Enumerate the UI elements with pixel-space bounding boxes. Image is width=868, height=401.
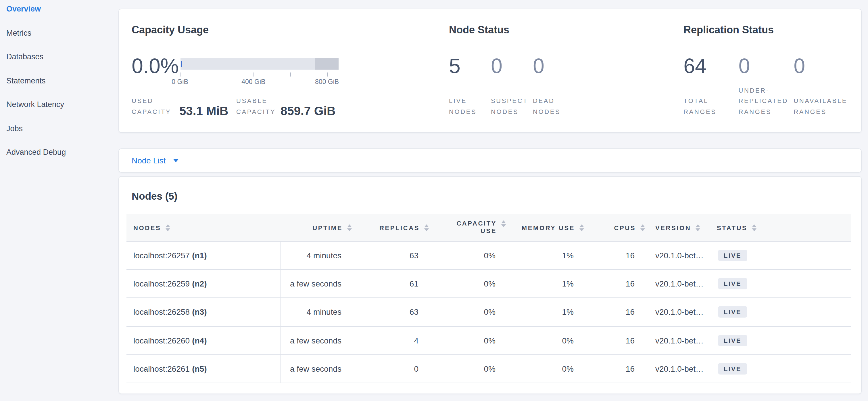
table-row-n2[interactable]: localhost:26259(n2)a few seconds610%1%16… xyxy=(126,270,851,298)
status-badge: LIVE xyxy=(718,363,747,375)
node-address-cell: localhost:26259(n2) xyxy=(126,270,280,297)
sidebar-item-databases[interactable]: Databases xyxy=(6,45,113,69)
column-header-nodes[interactable]: NODES xyxy=(126,214,280,241)
sidebar-item-network-latency[interactable]: Network Latency xyxy=(6,93,113,116)
sidebar-item-overview[interactable]: Overview xyxy=(6,0,113,21)
metric-value-unavailable-ranges: 0 xyxy=(794,56,805,77)
metric-label: LIVE NODES xyxy=(449,95,487,117)
sort-arrows-icon xyxy=(695,224,700,231)
column-header-label: NODES xyxy=(133,224,161,231)
column-header-memory-use[interactable]: MEMORY USE xyxy=(506,214,584,241)
column-header-cpus[interactable]: CPUS xyxy=(584,214,645,241)
column-header-version[interactable]: VERSION xyxy=(645,214,717,241)
replication-status-title: Replication Status xyxy=(683,24,774,36)
status-badge: LIVE xyxy=(718,250,747,261)
table-row-n4[interactable]: localhost:26260(n4)a few seconds40%0%16v… xyxy=(126,326,851,355)
node-list-dropdown-label: Node List xyxy=(132,156,165,165)
used-capacity-value: 53.1 MiB xyxy=(179,105,228,117)
nodes-table-body: localhost:26257(n1)4 minutes630%1%16v20.… xyxy=(126,241,851,383)
capacity-usage-bar-chart: 0 GiB400 GiB800 GiB xyxy=(181,58,339,69)
node-id: (n3) xyxy=(192,308,207,317)
column-header-capacity-use[interactable]: CAPACITY USE xyxy=(429,214,506,241)
metric-value-live-nodes: 5 xyxy=(449,56,460,77)
metric-label: SUSPECT NODES xyxy=(491,95,529,117)
status-cell: LIVE xyxy=(717,355,851,382)
version-cell: v20.1.0-bet… xyxy=(645,355,717,382)
capacity-usage-title: Capacity Usage xyxy=(132,24,209,36)
table-row-n5[interactable]: localhost:26261(n5)a few seconds00%0%16v… xyxy=(126,355,851,383)
nodes-column-divider xyxy=(280,241,281,383)
memory-use-cell: 1% xyxy=(506,298,584,326)
status-cell: LIVE xyxy=(717,326,851,354)
node-id: (n4) xyxy=(192,336,207,345)
metric-label: TOTAL RANGES xyxy=(683,95,739,117)
used-capacity-label: USED CAPACITY xyxy=(132,95,173,117)
metric-label: UNDER-REPLICATED RANGES xyxy=(739,85,794,117)
cluster-summary-panel: Capacity Usage 0.0% 0 GiB400 GiB800 GiB … xyxy=(118,9,862,133)
cpus-cell: 16 xyxy=(584,270,645,297)
sort-arrows-icon xyxy=(347,224,352,231)
axis-tick xyxy=(327,73,328,77)
cpus-cell: 16 xyxy=(584,241,645,269)
version-cell: v20.1.0-bet… xyxy=(645,241,717,269)
sidebar-nav-list: OverviewMetricsDatabasesStatementsNetwor… xyxy=(0,0,113,164)
capacity-use-cell: 0% xyxy=(429,355,506,382)
capacity-bar-used-indicator xyxy=(181,61,182,67)
uptime-cell: a few seconds xyxy=(280,355,352,382)
node-address: localhost:26258 xyxy=(133,308,190,317)
metric-label: DEAD NODES xyxy=(533,95,571,117)
sort-arrows-icon xyxy=(640,224,645,231)
memory-use-cell: 0% xyxy=(506,326,584,354)
metric-value-under-replicated-ranges: 0 xyxy=(739,56,750,77)
nodes-table: NODESUPTIMEREPLICASCAPACITY USEMEMORY US… xyxy=(126,214,851,383)
sort-arrows-icon xyxy=(752,224,756,231)
node-id: (n2) xyxy=(192,279,207,289)
memory-use-cell: 1% xyxy=(506,241,584,269)
column-header-uptime[interactable]: UPTIME xyxy=(280,214,352,241)
node-address-cell: localhost:26257(n1) xyxy=(126,241,280,269)
cockroachdb-admin-ui: OverviewMetricsDatabasesStatementsNetwor… xyxy=(0,0,868,401)
sort-arrows-icon xyxy=(580,224,584,231)
uptime-cell: 4 minutes xyxy=(280,298,352,326)
status-badge: LIVE xyxy=(718,335,747,346)
version-cell: v20.1.0-bet… xyxy=(645,270,717,297)
sidebar-item-statements[interactable]: Statements xyxy=(6,69,113,93)
status-badge: LIVE xyxy=(718,306,747,318)
cpus-cell: 16 xyxy=(584,326,645,354)
capacity-use-cell: 0% xyxy=(429,241,506,269)
capacity-used-percent: 0.0% xyxy=(132,56,179,77)
column-header-status[interactable]: STATUS xyxy=(717,214,851,241)
replicas-cell: 4 xyxy=(352,326,429,354)
node-address: localhost:26261 xyxy=(133,364,190,373)
sort-arrows-icon xyxy=(501,220,506,227)
node-address-cell: localhost:26258(n3) xyxy=(126,298,280,326)
node-list-dropdown[interactable]: Node List xyxy=(132,156,179,165)
table-row-n3[interactable]: localhost:26258(n3)4 minutes630%1%16v20.… xyxy=(126,298,851,326)
node-id: (n5) xyxy=(192,364,207,373)
status-cell: LIVE xyxy=(717,298,851,326)
nodes-table-card: Nodes (5) NODESUPTIMEREPLICASCAPACITY US… xyxy=(118,176,862,394)
node-status-title: Node Status xyxy=(449,24,509,36)
axis-tick xyxy=(290,73,291,77)
status-cell: LIVE xyxy=(717,270,851,297)
sidebar: OverviewMetricsDatabasesStatementsNetwor… xyxy=(0,0,113,401)
sidebar-item-jobs[interactable]: Jobs xyxy=(6,116,113,140)
axis-tick-label: 400 GiB xyxy=(242,78,265,85)
status-cell: LIVE xyxy=(717,241,851,269)
uptime-cell: a few seconds xyxy=(280,326,352,354)
column-header-label: CPUS xyxy=(614,224,636,231)
metric-value-suspect-nodes: 0 xyxy=(491,56,502,77)
table-row-n1[interactable]: localhost:26257(n1)4 minutes630%1%16v20.… xyxy=(126,241,851,270)
axis-tick-label: 0 GiB xyxy=(172,78,188,85)
usable-capacity-label: USABLE CAPACITY xyxy=(236,95,278,117)
column-header-replicas[interactable]: REPLICAS xyxy=(352,214,429,241)
uptime-cell: a few seconds xyxy=(280,270,352,297)
sidebar-item-advanced-debug[interactable]: Advanced Debug xyxy=(6,140,113,164)
node-address-cell: localhost:26260(n4) xyxy=(126,326,280,354)
node-address: localhost:26260 xyxy=(133,336,190,345)
capacity-use-cell: 0% xyxy=(429,326,506,354)
metric-value-total-ranges: 64 xyxy=(683,56,707,77)
node-list-dropdown-card: Node List xyxy=(118,148,862,173)
sort-arrows-icon xyxy=(424,224,429,231)
sidebar-item-metrics[interactable]: Metrics xyxy=(6,21,113,45)
